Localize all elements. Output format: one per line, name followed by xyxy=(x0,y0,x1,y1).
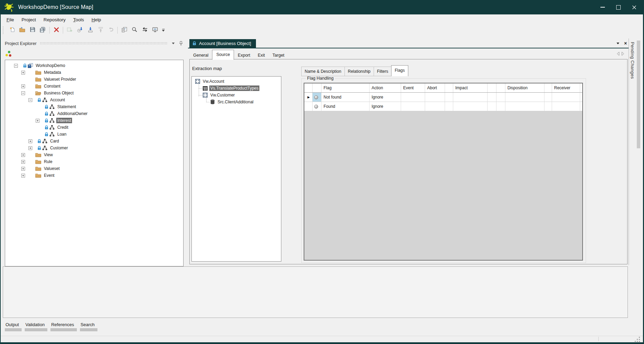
column-header-abort[interactable]: Abort xyxy=(425,83,445,92)
compare-button[interactable] xyxy=(140,26,150,35)
search-button[interactable] xyxy=(129,26,140,35)
expander-minus-icon[interactable] xyxy=(14,64,18,68)
row-selector[interactable]: ▶ xyxy=(304,93,313,102)
detail-tab-name-description[interactable]: Name & Description xyxy=(301,67,345,76)
tree-item-rule[interactable]: Rule xyxy=(5,158,183,165)
toolbar-grip[interactable] xyxy=(3,26,4,34)
scroll-right-icon[interactable] xyxy=(621,51,625,56)
flag-state-cell[interactable] xyxy=(313,102,321,111)
column-header-disposition[interactable]: Disposition xyxy=(505,83,545,92)
open-button[interactable] xyxy=(17,26,27,35)
flag-state-cell[interactable] xyxy=(313,93,321,102)
flag-row-not-found[interactable]: ▶Not foundIgnore xyxy=(304,93,582,102)
document-menu-button[interactable] xyxy=(615,41,621,46)
panel-pin-button[interactable] xyxy=(178,40,184,46)
tree-item-loan[interactable]: Loan xyxy=(5,131,183,138)
column-header-event[interactable]: Event xyxy=(401,83,425,92)
menu-item-repository[interactable]: Repository xyxy=(40,16,70,24)
tab-general[interactable]: General xyxy=(189,51,212,59)
expander-plus-icon[interactable] xyxy=(21,84,25,88)
column-header-impact[interactable]: Impact xyxy=(453,83,488,92)
bottom-tab-output[interactable]: Output xyxy=(5,322,20,331)
flag-row-found[interactable]: FoundIgnore xyxy=(304,102,582,111)
row-selector[interactable] xyxy=(304,102,313,111)
tree-item-metadata[interactable]: Metadata xyxy=(5,69,183,76)
check-in-button[interactable] xyxy=(75,26,85,35)
get-latest-button[interactable] xyxy=(85,26,95,35)
toolbar-overflow-button[interactable] xyxy=(161,26,166,35)
tab-exit[interactable]: Exit xyxy=(254,51,269,59)
map-node-label: Vs.TranslateProductTypes xyxy=(209,85,259,91)
expander-minus-icon[interactable] xyxy=(28,98,32,102)
expander-plus-icon[interactable] xyxy=(21,174,25,177)
expander-plus-icon[interactable] xyxy=(21,160,25,164)
document-close-button[interactable]: × xyxy=(623,41,628,46)
map-node-vw-customer[interactable]: Vw.Customer xyxy=(192,92,281,99)
tree-item-workshopdemo[interactable]: WorkshopDemo xyxy=(5,62,183,69)
tree-item-statement[interactable]: Statement xyxy=(5,103,183,110)
resize-grip[interactable] xyxy=(635,337,640,342)
cell-blank xyxy=(580,93,583,102)
tree-item-interest[interactable]: Interest xyxy=(5,117,183,124)
detail-tab-relationship[interactable]: Relationship xyxy=(344,67,374,76)
pending-changes-bar[interactable] xyxy=(637,41,640,148)
expander-plus-icon[interactable] xyxy=(21,167,25,171)
maximize-button[interactable] xyxy=(610,0,626,14)
tree-item-view[interactable]: View xyxy=(5,151,183,158)
minimize-button[interactable] xyxy=(595,0,610,14)
save-all-button[interactable] xyxy=(38,26,48,35)
document-tab[interactable]: Account [Business Object] xyxy=(189,39,256,48)
bottom-tab-search[interactable]: Search xyxy=(80,322,95,331)
map-node-vw-account[interactable]: Vw.Account xyxy=(192,78,281,85)
scroll-left-icon[interactable] xyxy=(616,51,620,56)
delete-button[interactable] xyxy=(51,26,61,35)
bottom-tab-validation[interactable]: Validation xyxy=(25,322,45,331)
tab-source[interactable]: Source xyxy=(212,50,234,60)
folder-open-icon xyxy=(35,91,41,95)
properties-icon xyxy=(121,27,127,34)
tree-item-account[interactable]: Account xyxy=(5,96,183,103)
column-header-flag[interactable]: Flag xyxy=(321,83,370,92)
new-button[interactable] xyxy=(7,26,17,35)
tree-item-card[interactable]: Card xyxy=(5,138,183,145)
check-out-button[interactable] xyxy=(95,26,106,35)
expander-plus-icon[interactable] xyxy=(21,153,25,157)
menu-item-help[interactable]: Help xyxy=(88,16,105,24)
expander-plus-icon[interactable] xyxy=(21,71,25,74)
add-button[interactable] xyxy=(65,26,75,35)
toolbar-buttons xyxy=(7,26,166,35)
bottom-tab-references[interactable]: References xyxy=(50,322,74,331)
expander-minus-icon[interactable] xyxy=(21,91,25,95)
tree-item-event[interactable]: Event xyxy=(5,172,183,179)
tab-export[interactable]: Export xyxy=(234,51,254,59)
column-header-receiver[interactable]: Receiver xyxy=(552,83,580,92)
tree-item-label: Event xyxy=(43,173,56,178)
column-header-action[interactable]: Action xyxy=(370,83,401,92)
tree-item-customer[interactable]: Customer xyxy=(5,145,183,151)
menu-item-tools[interactable]: Tools xyxy=(69,16,88,24)
tab-target[interactable]: Target xyxy=(269,51,288,59)
save-button[interactable] xyxy=(27,26,38,35)
panel-menu-button[interactable] xyxy=(170,40,176,46)
expander-plus-icon[interactable] xyxy=(28,139,32,143)
pending-changes-tab[interactable]: Pending Changes xyxy=(630,42,635,79)
expander-plus-icon[interactable] xyxy=(36,119,39,123)
menu-item-project[interactable]: Project xyxy=(18,16,40,24)
menu-item-file[interactable]: File xyxy=(3,16,18,24)
detail-tab-flags[interactable]: Flags xyxy=(391,65,408,76)
tree-item-credit[interactable]: Credit xyxy=(5,124,183,131)
tree-item-business-object[interactable]: Business Object xyxy=(5,90,183,96)
tree-item-valueset-provider[interactable]: Valueset Provider xyxy=(5,76,183,83)
cell-blank xyxy=(445,93,453,102)
tree-item-valueset[interactable]: Valueset xyxy=(5,165,183,172)
map-node-vs-translateproducttypes[interactable]: Vs.TranslateProductTypes xyxy=(192,85,281,92)
properties-button[interactable] xyxy=(119,26,129,35)
broadcast-button[interactable] xyxy=(150,26,160,35)
undo-checkout-button[interactable] xyxy=(106,26,116,35)
close-button[interactable] xyxy=(626,0,642,14)
expander-plus-icon[interactable] xyxy=(28,146,32,150)
map-node-src-clientadditional[interactable]: Src.ClientAdditional xyxy=(192,99,281,105)
detail-tab-filters[interactable]: Filters xyxy=(374,67,392,76)
tree-item-constant[interactable]: Constant xyxy=(5,83,183,90)
tree-item-additionalowner[interactable]: AdditionalOwner xyxy=(5,110,183,117)
